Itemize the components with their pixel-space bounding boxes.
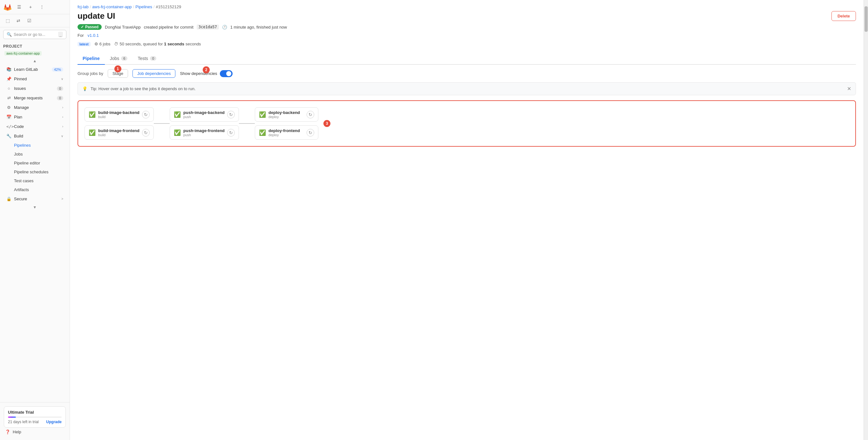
- sidebar-item-manage[interactable]: ⚙ Manage ›: [2, 103, 68, 112]
- sidebar-top: ☰ + ⋮: [0, 0, 69, 14]
- code-chevron-icon: ›: [62, 125, 63, 128]
- sidebar-item-secure[interactable]: 🔒 Secure >: [2, 194, 68, 203]
- grid-menu-button[interactable]: ⋮: [37, 3, 46, 11]
- todo-icon-button[interactable]: ☑: [25, 16, 34, 25]
- sidebar-item-build-label: Build: [14, 134, 23, 138]
- show-dependencies-toggle[interactable]: [220, 70, 232, 77]
- trial-box: Ultimate Trial 21 days left in trial Upg…: [4, 406, 66, 428]
- trial-footer: 21 days left in trial Upgrade: [8, 420, 62, 424]
- search-box[interactable]: 🔍 Search or go to... _: [3, 30, 66, 39]
- sidebar-subitem-artifacts[interactable]: Artifacts: [2, 185, 68, 194]
- sidebar-toggle-button[interactable]: ☰: [14, 3, 24, 11]
- issues-badge: 0: [57, 86, 63, 91]
- pipeline-stats: latest ⚙ 6 jobs ⏱ 50 seconds, queued for…: [70, 40, 864, 48]
- pipeline-stages: ✅ build-image-backend build ↻ ✅ build-im…: [85, 107, 849, 140]
- trial-bar-fill: [8, 416, 16, 418]
- job-refresh-icon-1[interactable]: ↻: [142, 111, 150, 119]
- issues-icon: ○: [6, 86, 11, 91]
- sidebar-item-issues-label: Issues: [14, 86, 26, 91]
- job-refresh-icon-3[interactable]: ↻: [227, 111, 235, 119]
- job-success-icon-6: ✅: [259, 129, 266, 136]
- sidebar-subitem-pipeline-schedules[interactable]: Pipeline schedules: [2, 168, 68, 176]
- job-build-image-backend[interactable]: ✅ build-image-backend build ↻: [85, 107, 154, 122]
- deploy-stage-column: ✅ deploy-backend deploy ↻ ✅ deploy-front…: [255, 107, 318, 140]
- sidebar-item-pinned[interactable]: 📌 Pinned ∨: [2, 74, 68, 83]
- version-link[interactable]: v1.0.1: [88, 33, 99, 38]
- sidebar-subitem-pipeline-editor[interactable]: Pipeline editor: [2, 159, 68, 167]
- code-icon: </>: [6, 124, 11, 129]
- project-section-label: Project: [0, 42, 69, 50]
- upgrade-link[interactable]: Upgrade: [46, 420, 62, 424]
- job-refresh-icon-5[interactable]: ↻: [307, 111, 314, 119]
- sidebar-item-merge-requests[interactable]: ⇄ Merge requests 0: [2, 93, 68, 103]
- search-shortcut: _: [58, 32, 63, 37]
- build-icon: 🔧: [6, 134, 11, 138]
- connector-1: [154, 123, 170, 124]
- breadcrumb-sep-3: /: [153, 4, 155, 9]
- job-success-icon-4: ✅: [174, 129, 181, 136]
- job-build-image-frontend[interactable]: ✅ build-image-frontend build ↻: [85, 125, 154, 140]
- sidebar-nav: ▲ 📚 Learn GitLab 42% 📌 Pinned ∨ ○ Issues…: [0, 58, 69, 402]
- job-deploy-backend[interactable]: ✅ deploy-backend deploy ↻: [255, 107, 318, 122]
- breadcrumb-org[interactable]: fcj-lab: [78, 4, 89, 9]
- pipeline-diagram: ✅ build-image-backend build ↻ ✅ build-im…: [78, 100, 856, 147]
- job-stage-5: deploy: [269, 115, 304, 119]
- job-stage-3: push: [183, 115, 225, 119]
- merge-request-icon-button[interactable]: ⇄: [14, 16, 23, 25]
- job-refresh-icon-2[interactable]: ↻: [142, 129, 150, 136]
- job-success-icon-2: ✅: [89, 129, 96, 136]
- clock-icon: 🕐: [222, 25, 227, 30]
- jobs-icon: ⚙: [94, 42, 98, 46]
- pipeline-time: 1 minute ago, finished just now: [230, 25, 287, 30]
- sidebar-item-code[interactable]: </> Code ›: [2, 122, 68, 131]
- sidebar-subitem-test-cases[interactable]: Test cases: [2, 176, 68, 185]
- tab-jobs[interactable]: Jobs 6: [105, 53, 133, 65]
- breadcrumb-pipelines[interactable]: Pipelines: [135, 4, 152, 9]
- job-refresh-icon-4[interactable]: ↻: [227, 129, 235, 136]
- sidebar-item-build[interactable]: 🔧 Build ∨: [2, 131, 68, 141]
- sidebar-subitem-pipelines[interactable]: Pipelines: [2, 141, 68, 149]
- annotation-2-badge: 2: [203, 66, 210, 73]
- sidebar-item-learn[interactable]: 📚 Learn GitLab 42%: [2, 65, 68, 74]
- for-label: For: [78, 33, 84, 38]
- tabs: Pipeline Jobs 6 Tests 0: [78, 53, 856, 65]
- sidebar-item-issues[interactable]: ○ Issues 0: [2, 84, 68, 93]
- secure-icon: 🔒: [6, 197, 11, 201]
- breadcrumb-repo[interactable]: aws-fcj-container-app: [92, 4, 131, 9]
- job-refresh-icon-6[interactable]: ↻: [307, 129, 314, 136]
- job-push-image-backend[interactable]: ✅ push-image-backend push ↻: [170, 107, 239, 122]
- sidebar-subitem-jobs[interactable]: Jobs: [2, 150, 68, 159]
- queued-label: seconds: [186, 42, 201, 46]
- tab-pipeline[interactable]: Pipeline: [78, 53, 105, 65]
- new-item-button[interactable]: +: [26, 3, 35, 11]
- push-stage-column: ✅ push-image-backend push ↻ ✅ push-image…: [170, 107, 239, 140]
- group-jobs-bar: Group jobs by 1 Stage Job dependencies 2…: [70, 65, 864, 82]
- passed-badge: ✓ Passed: [78, 24, 102, 30]
- help-item[interactable]: ❓ Help: [4, 428, 66, 436]
- breadcrumb: fcj-lab / aws-fcj-container-app / Pipeli…: [70, 0, 864, 9]
- tests-tab-badge: 0: [150, 56, 156, 61]
- breadcrumb-pipeline-id: #1512152129: [156, 4, 181, 9]
- tip-close-button[interactable]: ✕: [847, 86, 851, 92]
- sidebar-item-plan-label: Plan: [14, 114, 22, 120]
- search-placeholder: Search or go to...: [14, 32, 45, 37]
- scroll-down-button[interactable]: ▼: [33, 205, 37, 209]
- duration-text: 50 seconds, queued for: [120, 42, 163, 46]
- job-push-image-frontend[interactable]: ✅ push-image-frontend push ↻: [170, 125, 239, 140]
- job-name-5: deploy-backend: [269, 110, 304, 115]
- search-icon: 🔍: [7, 32, 12, 37]
- scrollbar-track: [864, 0, 868, 440]
- tab-jobs-label: Jobs: [110, 56, 120, 61]
- trial-title: Ultimate Trial: [8, 410, 62, 415]
- home-icon-button[interactable]: ⬚: [3, 16, 12, 25]
- job-dependencies-button[interactable]: Job dependencies: [132, 69, 176, 78]
- delete-button[interactable]: Delete: [832, 11, 856, 21]
- tab-tests[interactable]: Tests 0: [132, 53, 161, 65]
- scroll-up-button[interactable]: ▲: [33, 59, 37, 63]
- job-deploy-frontend[interactable]: ✅ deploy-frontend deploy ↻: [255, 125, 318, 140]
- annotation-3-badge: 3: [323, 120, 331, 127]
- sidebar-item-plan[interactable]: 📅 Plan ›: [2, 112, 68, 122]
- scrollbar-thumb[interactable]: [865, 6, 868, 32]
- build-stage-column: ✅ build-image-backend build ↻ ✅ build-im…: [85, 107, 154, 140]
- sidebar-item-learn-label: Learn GitLab: [14, 67, 38, 72]
